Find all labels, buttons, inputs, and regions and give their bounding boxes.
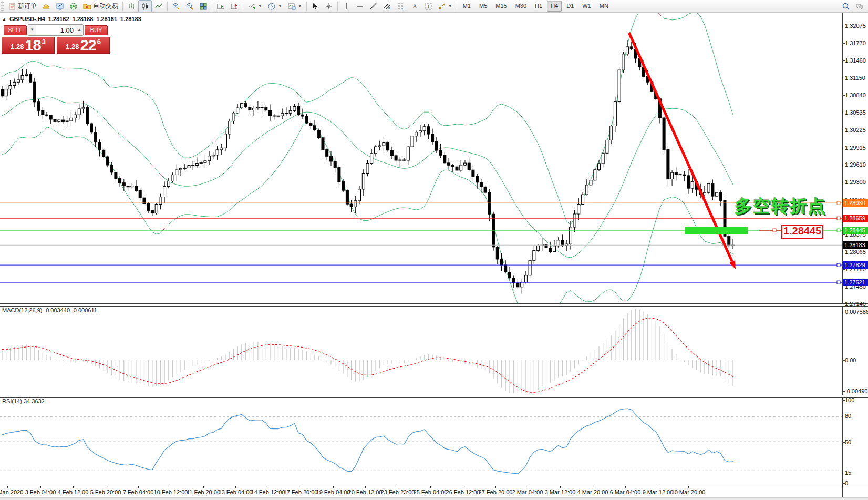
sell-price-box[interactable]: 1.28 18 3 — [2, 37, 55, 54]
svg-text:F: F — [402, 7, 404, 11]
price-axis-tick: 1.29300 — [845, 179, 866, 185]
time-axis-tickmark — [106, 486, 106, 488]
time-axis-tickmark — [40, 486, 41, 488]
candlestick-chart-button[interactable] — [138, 0, 152, 12]
one-click-collapse-icon[interactable]: ▲ — [2, 17, 6, 22]
chart-ohlc-header: ▲ GBPUSD-,H4 1.28162 1.28188 1.28161 1.2… — [2, 16, 141, 22]
chat-icon[interactable] — [855, 2, 864, 11]
svg-text:E: E — [388, 7, 390, 10]
tile-windows-button[interactable] — [197, 0, 210, 12]
rsi-axis-tick: 15 — [845, 470, 851, 476]
candles-layer — [1, 40, 735, 294]
macd-axis-tickmark — [842, 391, 845, 392]
zoom-out-button[interactable] — [183, 0, 197, 12]
pane-splitter[interactable] — [0, 395, 868, 398]
pane-splitter[interactable] — [0, 303, 868, 307]
turning-point-annotation[interactable]: 多空转折点 — [735, 195, 826, 218]
timeframe-button-m15[interactable]: M15 — [492, 1, 510, 12]
crosshair-button[interactable] — [322, 0, 336, 12]
timeframe-button-mn[interactable]: MN — [596, 1, 612, 12]
auto-scroll-button[interactable] — [214, 0, 228, 12]
one-click-trading-panel: SELL ▼ ▲ BUY 1.28 18 3 1.28 22 6 — [2, 24, 110, 35]
time-axis-tickmark — [7, 486, 8, 488]
templates-button[interactable]: ▼ — [285, 0, 305, 12]
rsi-line — [2, 409, 733, 474]
chart-shift-button[interactable] — [228, 0, 241, 12]
timeframe-button-m30[interactable]: M30 — [512, 1, 530, 12]
volume-decrease-button[interactable]: ▼ — [28, 25, 36, 35]
periods-button[interactable]: ▼ — [265, 0, 285, 12]
buy-price-big: 22 — [80, 38, 96, 53]
price-axis-tickmark — [842, 130, 845, 130]
toolbar-separator — [167, 2, 168, 11]
price-axis-tick: 1.31150 — [845, 75, 865, 81]
text-label-tool-button[interactable]: T — [421, 0, 435, 12]
toolbar-separator — [306, 2, 307, 11]
fibonacci-icon: F — [397, 2, 405, 11]
price-axis-tickmark — [842, 287, 845, 287]
macd-axis-tick: 0.007586 — [845, 309, 868, 315]
price-axis-tickmark — [842, 304, 845, 304]
text-tool-button[interactable]: A — [408, 0, 421, 12]
timeframe-button-d1[interactable]: D1 — [563, 1, 577, 12]
arrows-tool-button[interactable]: ▼ — [435, 0, 455, 12]
price-axis-tickmark — [842, 26, 845, 26]
timeframe-button-m1[interactable]: M1 — [459, 1, 474, 12]
cursor-button[interactable] — [308, 0, 322, 12]
indicators-button[interactable]: ▼ — [245, 0, 265, 12]
price-line-label-1.27829: 1.27829 — [843, 261, 868, 269]
rsi-axis-tickmark — [842, 400, 845, 401]
sell-price-small: 1.28 — [11, 40, 24, 53]
toolbar-drag-handle[interactable] — [1, 2, 4, 11]
time-axis-tickmark — [138, 486, 139, 488]
volume-increase-button[interactable]: ▲ — [76, 25, 83, 35]
vertical-line-tool-button[interactable] — [339, 0, 353, 12]
bollinger-lower — [2, 122, 733, 305]
sell-button[interactable]: SELL — [4, 25, 27, 35]
price-axis-tick: 1.31460 — [845, 57, 866, 64]
price-tag-annotation[interactable]: 1.28445 — [781, 225, 823, 239]
text-a-icon: A — [410, 2, 419, 11]
buy-button[interactable]: BUY — [85, 25, 108, 35]
autotrading-icon — [83, 2, 91, 11]
timeframe-group: M1M5M15M30H1H4D1W1MN — [459, 1, 613, 12]
charts-window-button[interactable] — [53, 0, 67, 12]
gold-button[interactable] — [39, 0, 53, 12]
time-axis-tickmark — [495, 486, 496, 488]
support-zone-annotation[interactable] — [685, 227, 748, 234]
price-line-label-1.28183: 1.28183 — [843, 241, 868, 249]
price-axis-tickmark — [842, 60, 845, 61]
zoom-in-button[interactable] — [169, 0, 183, 12]
main-price-pane[interactable] — [0, 13, 842, 305]
time-axis-tickmark — [528, 486, 528, 488]
chart-window[interactable]: ▲ GBPUSD-,H4 1.28162 1.28188 1.28161 1.2… — [0, 13, 868, 500]
time-axis-tickmark — [560, 486, 561, 488]
volume-input[interactable] — [36, 25, 76, 35]
price-axis-tick: 1.31770 — [845, 40, 866, 46]
autotrading-button[interactable]: 自动交易 — [80, 0, 121, 12]
horizontal-line-tool-button[interactable] — [353, 0, 367, 12]
toolbar-separator — [122, 2, 123, 11]
fibonacci-tool-button[interactable]: F — [394, 0, 408, 12]
sell-price-sup: 3 — [42, 38, 46, 45]
macd-histogram — [2, 309, 733, 393]
line-chart-button[interactable] — [152, 0, 166, 12]
search-icon[interactable] — [842, 2, 850, 11]
macd-pane[interactable] — [0, 305, 842, 395]
timeframe-button-h1[interactable]: H1 — [531, 1, 546, 12]
time-axis-tickmark — [203, 486, 204, 488]
trendline-tool-button[interactable] — [367, 0, 380, 12]
bar-chart-button[interactable] — [125, 0, 138, 12]
new-order-button[interactable]: 新订单 — [5, 0, 39, 12]
rsi-pane[interactable] — [0, 396, 842, 486]
arrows-icon — [438, 2, 446, 11]
signals-button[interactable] — [67, 0, 80, 12]
equidistant-channel-button[interactable]: E — [380, 0, 394, 12]
timeframe-button-w1[interactable]: W1 — [578, 1, 595, 12]
buy-price-box[interactable]: 1.28 22 6 — [57, 37, 110, 54]
timeframe-button-h4[interactable]: H4 — [547, 1, 562, 12]
tile-windows-icon — [199, 2, 208, 11]
horizontal-line-icon — [356, 2, 364, 11]
chart-symbol-period: GBPUSD-,H4 — [9, 16, 45, 22]
timeframe-button-m5[interactable]: M5 — [476, 1, 491, 12]
